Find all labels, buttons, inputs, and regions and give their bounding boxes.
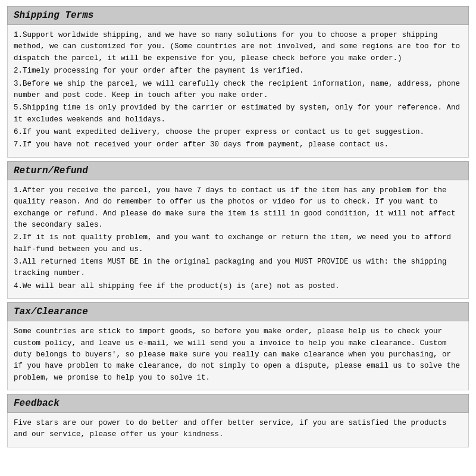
section-header-tax: Tax/Clearance — [7, 302, 469, 321]
section-body-tax: Some countries are stick to import goods… — [7, 321, 469, 390]
paragraph: 1.Support worldwide shipping, and we hav… — [14, 30, 462, 64]
paragraph: Five stars are our power to do better an… — [14, 418, 462, 441]
paragraph: 5.Shipping time is only provided by the … — [14, 102, 462, 126]
section-header-return: Return/Refund — [7, 161, 469, 180]
section-header-shipping: Shipping Terms — [7, 6, 469, 25]
paragraph: 3.All returned items MUST BE in the orig… — [14, 256, 462, 280]
section-body-feedback: Five stars are our power to do better an… — [7, 413, 469, 447]
section-body-return: 1.After you receive the parcel, you have… — [7, 180, 469, 299]
section-feedback: FeedbackFive stars are our power to do b… — [7, 394, 469, 447]
paragraph: 1.After you receive the parcel, you have… — [14, 185, 462, 231]
paragraph: 4.We will bear all shipping fee if the p… — [14, 281, 462, 292]
section-tax: Tax/ClearanceSome countries are stick to… — [7, 302, 469, 390]
section-header-feedback: Feedback — [7, 394, 469, 413]
section-body-shipping: 1.Support worldwide shipping, and we hav… — [7, 25, 469, 158]
paragraph: 7.If you have not received your order af… — [14, 139, 462, 151]
paragraph: 6.If you want expedited delivery, choose… — [14, 127, 462, 138]
paragraph: 2.If it is not quality problem, and you … — [14, 232, 462, 255]
section-return: Return/Refund1.After you receive the par… — [7, 161, 469, 299]
paragraph: Some countries are stick to import goods… — [14, 326, 462, 384]
paragraph: 2.Timely processing for your order after… — [14, 65, 462, 77]
paragraph: 3.Before we ship the parcel, we will car… — [14, 79, 462, 102]
section-shipping: Shipping Terms1.Support worldwide shippi… — [7, 6, 469, 158]
page-container: Shipping Terms1.Support worldwide shippi… — [0, 0, 476, 476]
